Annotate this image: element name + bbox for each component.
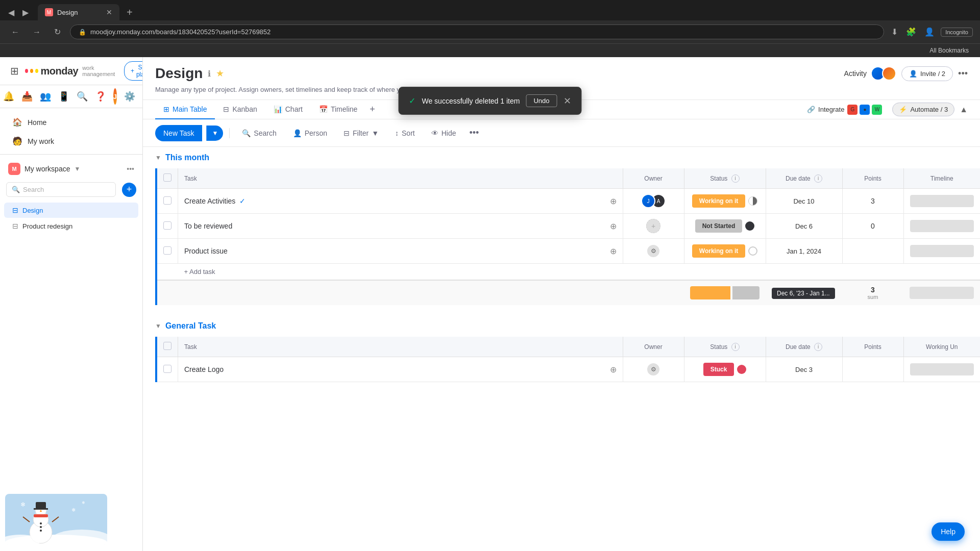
tab-kanban[interactable]: ⊟ Kanban (215, 100, 265, 119)
forward-nav-button[interactable]: → (29, 26, 45, 39)
add-task-button-this-month[interactable]: + Add task (184, 268, 215, 276)
add-user-icon[interactable]: 👥 (40, 91, 51, 102)
row-1-checkbox[interactable] (163, 196, 172, 205)
duedate-info-icon[interactable]: i (814, 174, 822, 183)
gen-row-1-checkbox[interactable] (163, 365, 172, 373)
gen-duedate-info-icon[interactable]: i (814, 343, 822, 351)
status-badge-2[interactable]: Not Started (695, 219, 743, 233)
group-title-general[interactable]: General Task (165, 321, 216, 331)
bell-icon[interactable]: 🔔 (3, 91, 14, 102)
workspace-header[interactable]: M My workspace ▼ ••• (0, 159, 142, 179)
task-check-icon-1[interactable]: ✓ (239, 197, 246, 205)
apps-icon[interactable]: 📱 (58, 91, 69, 102)
toolbar-more-button[interactable]: ••• (467, 124, 482, 141)
inbox-icon[interactable]: 📥 (21, 91, 33, 102)
activity-button[interactable]: Activity (844, 66, 896, 81)
download-icon[interactable]: ⬇ (889, 25, 900, 39)
gen-status-badge-1[interactable]: Stuck (703, 363, 734, 376)
filter-icon: ⊟ (344, 129, 350, 137)
group-general-collapse-icon[interactable]: ▼ (155, 322, 161, 330)
search-icon[interactable]: 🔍 (77, 91, 88, 102)
row-2-checkbox[interactable] (163, 221, 172, 230)
see-plans-button[interactable]: + See plans (124, 61, 143, 81)
user-avatar[interactable]: J (113, 88, 117, 105)
extensions-icon[interactable]: 🧩 (904, 25, 918, 39)
settings-icon[interactable]: ⚙️ (124, 91, 135, 102)
tab-main-table[interactable]: ⊞ Main Table (155, 100, 215, 119)
gen-header-checkbox[interactable] (163, 342, 172, 350)
forward-button[interactable]: ▶ (19, 6, 32, 19)
group-title-this-month[interactable]: This month (165, 153, 209, 162)
sidebar-search-box[interactable]: 🔍 Search (6, 182, 116, 197)
sidebar-add-button[interactable]: + (122, 183, 136, 197)
col-points: Points (842, 168, 903, 189)
toast-close-button[interactable]: ✕ (564, 95, 571, 107)
automate-button[interactable]: ⚡ Automate / 3 (892, 103, 954, 116)
back-nav-button[interactable]: ← (7, 26, 23, 39)
gen-status-info-icon[interactable]: i (731, 343, 740, 351)
sidebar-item-mywork[interactable]: 🧑 My work (4, 132, 138, 150)
integrate-button[interactable]: 🔗 Integrate G ● W (802, 102, 887, 118)
profile-icon[interactable]: 👤 (922, 25, 937, 39)
status-badge-1[interactable]: Working on it (692, 194, 745, 208)
tab-chart[interactable]: 📊 Chart (265, 100, 311, 119)
tab-timeline[interactable]: 📅 Timeline (311, 100, 365, 119)
this-month-tbody: Create Activities ✓ ⊕ J A (157, 189, 980, 306)
owner-avatar-gear[interactable]: ⚙ (646, 244, 660, 258)
owner-avatar-blue[interactable]: J (641, 194, 655, 208)
row-3-checkbox[interactable] (163, 246, 172, 255)
info-icon[interactable]: ℹ (208, 69, 211, 79)
header-checkbox[interactable] (163, 173, 172, 182)
all-bookmarks[interactable]: All Bookmarks (925, 46, 973, 55)
status-badge-3[interactable]: Working on it (692, 244, 745, 258)
filter-button[interactable]: ⊟ Filter ▼ (337, 126, 385, 140)
more-options-button[interactable]: ••• (958, 68, 968, 79)
address-bar[interactable]: 🔒 moodjoy.monday.com/boards/1830420525?u… (70, 24, 884, 39)
owner-avatar-empty[interactable]: + (646, 219, 660, 233)
help-button[interactable]: Help (932, 522, 965, 541)
table-row: Product issue ⊕ ⚙ (157, 239, 980, 264)
grid-icon[interactable]: ⊞ (10, 65, 19, 77)
gen-task-add-icon-1[interactable]: ⊕ (610, 365, 617, 374)
star-icon[interactable]: ★ (216, 68, 224, 79)
logo-dot-yellow (35, 69, 38, 73)
new-task-button[interactable]: New Task (155, 125, 202, 141)
new-tab-button[interactable]: + (122, 5, 137, 20)
task-add-icon-3[interactable]: ⊕ (610, 246, 617, 256)
add-view-button[interactable]: + (365, 100, 379, 119)
hide-button[interactable]: 👁 Hide (425, 126, 462, 140)
search-button[interactable]: 🔍 Search (236, 126, 282, 140)
automate-label: Automate / 3 (910, 106, 948, 113)
toast-undo-button[interactable]: Undo (526, 94, 557, 107)
sidebar-item-home[interactable]: 🏠 Home (4, 113, 138, 131)
tab-chart-label: Chart (285, 105, 303, 113)
workspace-more-icon[interactable]: ••• (127, 165, 134, 173)
tab-close-button[interactable]: ✕ (106, 8, 112, 16)
col-checkbox (157, 168, 178, 189)
task-add-icon-2[interactable]: ⊕ (610, 221, 617, 231)
working-un-text: Working Un (926, 343, 958, 350)
task-add-icon-1[interactable]: ⊕ (610, 196, 617, 206)
sidebar-item-product-redesign[interactable]: ⊟ Product redesign (4, 218, 138, 234)
back-button[interactable]: ◀ (5, 6, 17, 19)
gen-owner-gear[interactable]: ⚙ (646, 362, 660, 377)
new-task-dropdown[interactable]: ▼ (206, 126, 223, 141)
sidebar-item-design[interactable]: ⊟ Design (4, 203, 138, 218)
person-button[interactable]: 👤 Person (287, 126, 333, 140)
invite-button[interactable]: 👤 Invite / 2 (901, 66, 953, 81)
url-text: moodjoy.monday.com/boards/1830420525?use… (90, 28, 271, 36)
integrate-icons: G ● W (847, 105, 882, 115)
help-icon[interactable]: ❓ (95, 91, 106, 102)
sort-button[interactable]: ↕ Sort (389, 126, 421, 140)
group-collapse-icon[interactable]: ▼ (155, 154, 161, 161)
group-table-this-month: Task Owner Status i Due date i (155, 168, 980, 305)
task-name-3: Product issue (184, 247, 228, 255)
collapse-button[interactable]: ▲ (960, 105, 968, 114)
gen-col-task: Task (178, 337, 623, 357)
active-tab[interactable]: M Design ✕ (38, 4, 119, 20)
nav-bar: ← → ↻ 🔒 moodjoy.monday.com/boards/183042… (0, 20, 980, 43)
add-task-td-1 (157, 264, 178, 281)
refresh-button[interactable]: ↻ (50, 25, 65, 39)
svg-text:❄: ❄ (82, 500, 85, 505)
status-info-icon[interactable]: i (731, 174, 740, 183)
